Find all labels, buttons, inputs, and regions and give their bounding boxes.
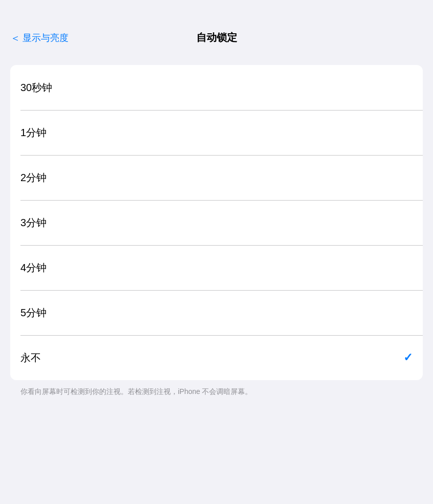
list-item-5m[interactable]: 5分钟 bbox=[10, 290, 423, 335]
navigation-header: ＜ 显示与亮度 自动锁定 bbox=[0, 0, 433, 55]
page-title: 自动锁定 bbox=[196, 31, 237, 45]
list-item-30s[interactable]: 30秒钟 bbox=[10, 65, 423, 110]
list-item-label-30s: 30秒钟 bbox=[20, 81, 52, 95]
list-item-label-1m: 1分钟 bbox=[20, 126, 47, 140]
list-item-label-never: 永不 bbox=[20, 351, 41, 365]
footer-description: 你看向屏幕时可检测到你的注视。若检测到注视，iPhone 不会调暗屏幕。 bbox=[10, 380, 423, 397]
back-button[interactable]: ＜ 显示与亮度 bbox=[10, 32, 69, 44]
list-item-label-5m: 5分钟 bbox=[20, 306, 47, 320]
options-list: 30秒钟1分钟2分钟3分钟4分钟5分钟永不✓ bbox=[10, 65, 423, 380]
list-item-3m[interactable]: 3分钟 bbox=[10, 200, 423, 245]
list-item-2m[interactable]: 2分钟 bbox=[10, 155, 423, 200]
list-item-4m[interactable]: 4分钟 bbox=[10, 245, 423, 290]
checkmark-icon-never: ✓ bbox=[403, 351, 413, 364]
list-item-1m[interactable]: 1分钟 bbox=[10, 110, 423, 155]
back-label: 显示与亮度 bbox=[22, 32, 69, 44]
back-chevron-icon: ＜ bbox=[10, 33, 20, 43]
list-item-label-4m: 4分钟 bbox=[20, 261, 47, 275]
main-content: 30秒钟1分钟2分钟3分钟4分钟5分钟永不✓ 你看向屏幕时可检测到你的注视。若检… bbox=[0, 55, 433, 405]
list-item-never[interactable]: 永不✓ bbox=[10, 335, 423, 380]
list-item-label-2m: 2分钟 bbox=[20, 171, 47, 185]
list-item-label-3m: 3分钟 bbox=[20, 216, 47, 230]
